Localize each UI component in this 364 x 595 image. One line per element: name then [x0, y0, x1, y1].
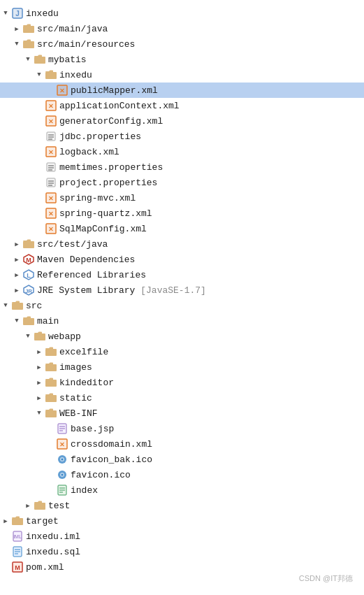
tree-item-28[interactable]: base.jsp [0, 421, 364, 436]
tree-item-33[interactable]: test [0, 498, 364, 513]
tree-label: inxedu.iml [26, 531, 80, 542]
xml-icon: ✕ [45, 208, 57, 219]
tree-arrow[interactable] [11, 287, 22, 294]
tree-label: inxedu.sql [26, 547, 80, 557]
tree-item-21[interactable]: main [0, 313, 364, 329]
tree-label: favicon_bak.ico [71, 454, 152, 465]
tree-label: pom.xml [26, 562, 64, 573]
tree-item-11[interactable]: memtimes.properties [0, 159, 364, 175]
tree-item-17[interactable]: M Maven Dependencies [0, 252, 364, 267]
tree-item-36[interactable]: inxedu.sql [0, 544, 364, 559]
project-icon: J [11, 8, 24, 19]
tree-label: excelfile [59, 347, 108, 357]
tree-item-15[interactable]: ✕ SqlMapConfig.xml [0, 221, 364, 236]
svg-rect-49 [34, 334, 45, 340]
tree-item-35[interactable]: IML inxedu.iml [0, 529, 364, 544]
tree-arrow[interactable] [0, 517, 11, 525]
tree-label: publicMapper.xml [71, 85, 158, 96]
svg-rect-72 [34, 503, 45, 510]
tree-label: mybatis [48, 55, 87, 65]
tree-arrow[interactable] [11, 256, 22, 264]
tree-arrow[interactable] [34, 379, 45, 387]
tree-item-25[interactable]: kindeditor [0, 375, 364, 390]
tree-item-19[interactable]: JR JRE System Library [JavaSE-1.7] [0, 282, 364, 298]
tree-arrow[interactable] [34, 364, 45, 371]
tree-arrow[interactable] [11, 317, 22, 324]
maven-icon: M [22, 254, 35, 265]
svg-text:✕: ✕ [48, 149, 54, 156]
tree-item-23[interactable]: excelfile [0, 344, 364, 359]
tree-item-32[interactable]: index [0, 482, 364, 498]
tree-arrow[interactable] [22, 333, 34, 340]
folder-java-icon [22, 23, 35, 34]
tree-item-14[interactable]: ✕ spring-quartz.xml [0, 206, 364, 221]
folder-icon [45, 408, 57, 419]
svg-rect-5 [34, 57, 45, 64]
tree-arrow[interactable] [22, 502, 34, 510]
tree-item-20[interactable]: src [0, 298, 364, 313]
tree-item-18[interactable]: L Referenced Libraries [0, 267, 364, 282]
tree-item-37[interactable]: M pom.xml [0, 559, 364, 575]
tree-item-3[interactable]: src/main/resources [0, 36, 364, 52]
svg-text:M: M [26, 257, 31, 264]
tree-item-10[interactable]: ✕ logback.xml [0, 144, 364, 159]
tree-label: generatorConfig.xml [59, 116, 163, 127]
svg-point-64 [61, 459, 64, 461]
tree-item-24[interactable]: images [0, 359, 364, 375]
tree-arrow[interactable] [22, 56, 34, 63]
tree-item-26[interactable]: static [0, 390, 364, 406]
folder-resources-icon [22, 38, 35, 50]
tree-item-1[interactable]: J inxedu [0, 6, 364, 21]
tree-label: src/test/java [37, 239, 108, 250]
svg-text:✕: ✕ [59, 87, 65, 94]
tree-label: target [26, 516, 59, 526]
tree-label: project.properties [59, 178, 157, 188]
watermark: CSDN @IT邦德 [299, 573, 353, 584]
tree-item-27[interactable]: WEB-INF [0, 406, 364, 421]
tree-arrow[interactable] [11, 25, 22, 33]
tree-item-9[interactable]: jdbc.properties [0, 129, 364, 144]
tree-item-16[interactable]: src/test/java [0, 236, 364, 252]
tree-item-34[interactable]: target [0, 513, 364, 529]
properties-icon [45, 131, 57, 142]
tree-label: spring-mvc.xml [59, 193, 136, 203]
tree-item-13[interactable]: ✕ spring-mvc.xml [0, 190, 364, 206]
tree-label: test [48, 501, 70, 511]
tree-item-12[interactable]: project.properties [0, 175, 364, 190]
tree-arrow[interactable] [34, 71, 45, 78]
tree-label: favicon.ico [71, 470, 131, 480]
folder-icon [45, 346, 57, 357]
tree-label: jdbc.properties [59, 131, 141, 142]
xml-icon: ✕ [56, 438, 68, 450]
tree-item-30[interactable]: favicon_bak.ico [0, 452, 364, 467]
tree-item-29[interactable]: ✕ crossdomain.xml [0, 436, 364, 452]
folder-icon [45, 377, 57, 388]
tree-item-4[interactable]: mybatis [0, 52, 364, 67]
tree-item-22[interactable]: webapp [0, 329, 364, 344]
tree-item-6[interactable]: ✕ publicMapper.xml [0, 83, 364, 98]
tree-label: main [37, 316, 59, 327]
tree-arrow[interactable] [11, 41, 22, 48]
tree-item-31[interactable]: favicon.ico [0, 467, 364, 482]
tree-item-8[interactable]: ✕ generatorConfig.xml [0, 113, 364, 129]
tree-item-5[interactable]: inxedu [0, 67, 364, 83]
tree-label: kindeditor [59, 378, 114, 388]
tree-item-2[interactable]: src/main/java [0, 21, 364, 36]
tree-arrow[interactable] [11, 241, 22, 248]
tree-label: applicationContext.xml [59, 101, 180, 111]
svg-rect-51 [45, 364, 57, 371]
svg-text:✕: ✕ [59, 441, 65, 448]
tree-item-7[interactable]: ✕ applicationContext.xml [0, 98, 364, 113]
svg-text:L: L [27, 272, 31, 279]
tree-arrow[interactable] [34, 348, 45, 356]
library-icon: L [22, 269, 35, 280]
folder-icon [45, 69, 57, 80]
tree-arrow[interactable] [34, 394, 45, 402]
folder-icon [45, 392, 57, 403]
tree-arrow[interactable] [0, 10, 11, 17]
tree-arrow[interactable] [0, 302, 11, 309]
jre-icon: JR [22, 285, 35, 296]
tree-label: Maven Dependencies [37, 255, 135, 265]
tree-arrow[interactable] [11, 271, 22, 279]
tree-arrow[interactable] [34, 410, 45, 417]
